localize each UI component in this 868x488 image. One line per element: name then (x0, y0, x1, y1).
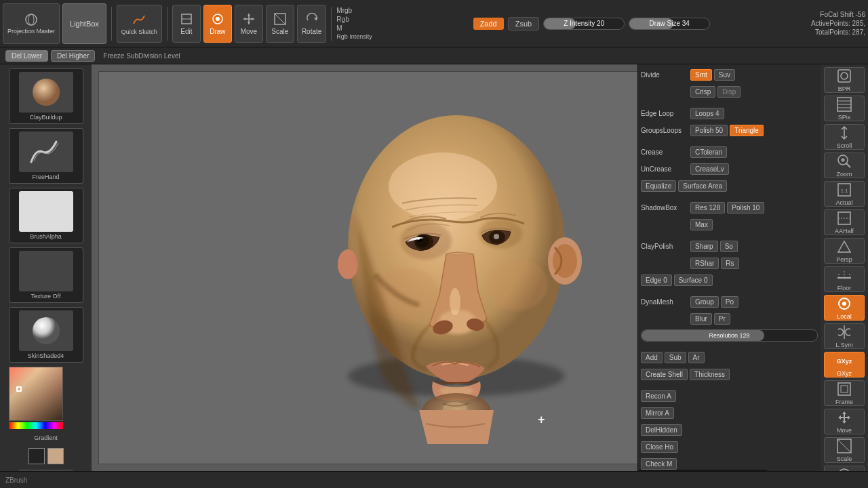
draw-size-slider[interactable]: Draw Size 34 (629, 18, 710, 30)
divide-smt-button[interactable]: Smt (690, 69, 712, 81)
rt-scale-button[interactable]: Scale (824, 437, 865, 463)
group-button[interactable]: Group (690, 296, 719, 308)
subdivision-bar: Del Lower Del Higher Freeze SubDivision … (0, 47, 868, 64)
svg-point-17 (389, 152, 497, 220)
resolution-slider[interactable]: Resolution 128 (641, 329, 818, 342)
actual-button[interactable]: 1:1 Actual (824, 181, 865, 207)
recon-row: Recon A (641, 388, 818, 403)
divide-crisp-button[interactable]: Crisp (690, 86, 715, 98)
surface-0-button[interactable]: Surface 0 (674, 274, 713, 286)
triangle-button[interactable]: Triangle (730, 125, 764, 136)
scale-button[interactable]: Scale (266, 5, 294, 43)
gxyz-button[interactable]: GXyz GXyz (824, 352, 865, 378)
equalize-row: Equalize Surface Area (641, 178, 818, 193)
equalize-button[interactable]: Equalize (641, 180, 676, 192)
quick-sketch-button[interactable]: Quick Sketch (117, 5, 162, 43)
divide-disp-button[interactable]: Disp (717, 86, 741, 98)
edge-0-button[interactable]: Edge 0 (641, 274, 672, 286)
zsub-button[interactable]: Zsub (508, 17, 539, 30)
polish-10-button[interactable]: Polish 10 (727, 202, 764, 214)
rs-button[interactable]: Rs (721, 258, 738, 269)
del-higher-button[interactable]: Del Higher (51, 50, 95, 62)
shadowbox-max-row: Max (641, 217, 818, 232)
persp-button[interactable]: Persp (824, 238, 865, 264)
create-shell-button[interactable]: Create Shell (641, 369, 688, 380)
del-lower-button[interactable]: Del Lower (5, 50, 48, 62)
primary-color-swatch[interactable] (28, 448, 45, 464)
po-button[interactable]: Po (721, 296, 738, 308)
svg-point-32 (450, 288, 460, 315)
spix-button[interactable]: SPix (824, 96, 865, 121)
zadd-button[interactable]: Zadd (473, 18, 504, 30)
frame-label: Frame (835, 399, 853, 405)
so-button[interactable]: So (720, 241, 738, 252)
draw-size-value: Draw Size 34 (649, 20, 689, 27)
rt-move-button[interactable]: Move (824, 409, 865, 434)
lightbox-button[interactable]: LightBox (62, 3, 106, 44)
bpr-button[interactable]: BPR (824, 67, 865, 93)
secondary-color-swatch[interactable] (47, 448, 64, 464)
local-button[interactable]: Local (824, 295, 865, 321)
pr-button[interactable]: Pr (714, 313, 730, 325)
sub-button[interactable]: Sub (665, 352, 686, 363)
rt-rotate-button[interactable]: Rotate (824, 466, 865, 471)
close-ho-button[interactable]: Close Ho (641, 441, 678, 453)
brush-alpha[interactable]: BrushAlpha (9, 188, 83, 243)
surface-area-button[interactable]: Surface Area (678, 180, 727, 192)
rgb-label[interactable]: Rgb (336, 16, 372, 23)
res-128-button[interactable]: Res 128 (690, 202, 725, 214)
move-button[interactable]: Move (235, 5, 263, 43)
hue-bar[interactable] (9, 422, 63, 429)
zoom-label: Zoom (836, 171, 852, 178)
divide-suv-button[interactable]: Suv (714, 69, 735, 81)
mrgb-label[interactable]: Mrgb (336, 7, 372, 14)
draw-button[interactable]: Draw (203, 5, 232, 43)
shadowbox-label: ShadowBox (641, 204, 688, 211)
clay-buildup-brush[interactable]: ClayBuildup (9, 68, 83, 124)
blur-row: Blur Pr (641, 311, 818, 326)
mirror-a-button[interactable]: Mirror A (641, 407, 674, 419)
zoom-button[interactable]: Zoom (824, 152, 865, 178)
m-label[interactable]: M (336, 24, 372, 32)
z-intensity-slider[interactable]: Z Intensity 20 (543, 18, 625, 30)
separator-1 (111, 7, 112, 41)
delhidden-button[interactable]: DelHidden (641, 424, 682, 436)
freehand-brush[interactable]: FreeHand (9, 128, 83, 184)
recon-button[interactable]: Recon A (641, 390, 676, 402)
top-right-info: FoCal Shift -56 ActivePoints: 285, Total… (811, 11, 865, 36)
groups-loops-row: GroupsLoops Polish 50 Triangle (641, 123, 818, 138)
lsym-button[interactable]: L.Sym (824, 323, 865, 349)
loops-button[interactable]: Loops 4 (690, 108, 724, 119)
rshar-button[interactable]: RShar (690, 258, 719, 269)
polish-50-button[interactable]: Polish 50 (690, 125, 728, 136)
floor-button[interactable]: Floor (824, 266, 865, 292)
svg-marker-7 (248, 22, 250, 24)
add-button[interactable]: Add (641, 352, 663, 363)
color-picker[interactable] (9, 367, 83, 429)
rotate-button[interactable]: Rotate (297, 5, 326, 43)
check-m-button[interactable]: Check M (641, 458, 677, 470)
rotate-icon (304, 12, 319, 26)
scroll-button[interactable]: Scroll (824, 124, 865, 150)
aahalf-button[interactable]: AAHalf (824, 209, 865, 235)
crease-lv-button[interactable]: CreaseLv (690, 163, 729, 175)
thickness-button[interactable]: Thickness (690, 369, 730, 380)
texture-off[interactable]: Texture Off (9, 247, 83, 303)
ctolerance-button[interactable]: CToleran (690, 146, 727, 158)
local-label: Local (837, 313, 852, 320)
add-sub-row: Add Sub Ar (641, 350, 818, 365)
create-shell-row: Create Shell Thickness (641, 367, 818, 382)
projection-master-button[interactable]: Projection Master (3, 3, 60, 44)
skin-shaded-4[interactable]: SkinShaded4 (9, 307, 83, 363)
edit-button[interactable]: Edit (172, 5, 201, 43)
svg-point-0 (26, 14, 37, 25)
center-controls: Zadd Zsub Z Intensity 20 Draw Size 34 (375, 17, 808, 30)
scale-icon (273, 12, 288, 26)
blur-button[interactable]: Blur (690, 313, 712, 325)
svg-rect-59 (841, 386, 848, 392)
max-button[interactable]: Max (690, 219, 713, 230)
crease-label: Crease (641, 148, 688, 156)
ar-button[interactable]: Ar (688, 352, 705, 363)
sharp-button[interactable]: Sharp (690, 241, 718, 252)
frame-button[interactable]: Frame (824, 380, 865, 406)
